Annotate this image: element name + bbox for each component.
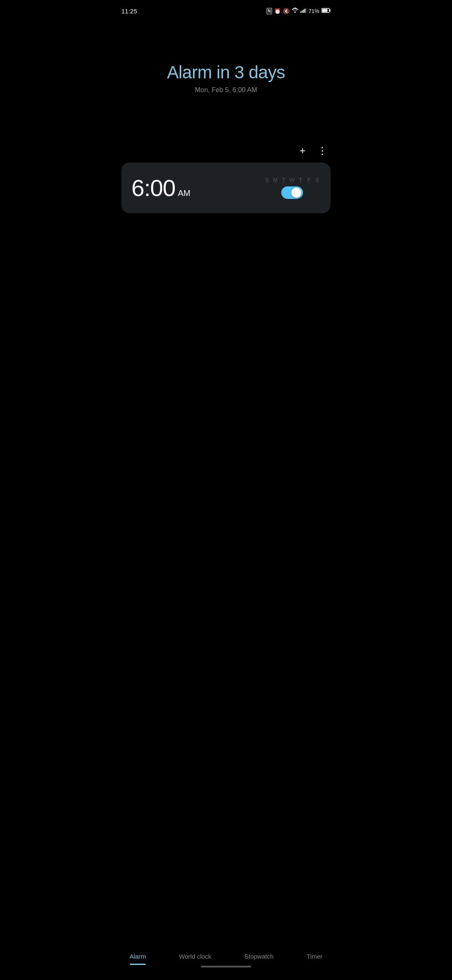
alarm-days: S M T W T F S bbox=[264, 177, 321, 183]
alarm-subtitle: Mon, Feb 5, 6:00 AM bbox=[121, 86, 331, 94]
tab-stopwatch[interactable]: Stopwatch bbox=[239, 951, 279, 962]
svg-point-0 bbox=[294, 11, 295, 13]
battery-icon bbox=[321, 8, 331, 14]
status-bar: 11:25 N ⏰ 🔇 71% bbox=[113, 0, 339, 20]
day-saturday: S bbox=[314, 177, 321, 183]
day-wednesday: W bbox=[289, 177, 295, 183]
day-monday: M bbox=[272, 177, 279, 183]
tab-alarm[interactable]: Alarm bbox=[124, 951, 151, 962]
svg-rect-5 bbox=[306, 8, 306, 13]
day-friday: F bbox=[306, 177, 312, 183]
tab-world-clock-label: World clock bbox=[179, 953, 211, 960]
home-indicator bbox=[201, 966, 251, 967]
day-tuesday: T bbox=[280, 177, 287, 183]
tab-timer[interactable]: Timer bbox=[302, 951, 328, 962]
status-time: 11:25 bbox=[121, 8, 137, 15]
signal-icon bbox=[300, 8, 306, 15]
nfc-icon: N bbox=[267, 8, 272, 14]
add-alarm-button[interactable]: + bbox=[298, 144, 307, 157]
day-sunday: S bbox=[264, 177, 270, 183]
tab-stopwatch-label: Stopwatch bbox=[244, 953, 274, 960]
alarm-card[interactable]: 6:00 AM S M T W T F S bbox=[121, 162, 331, 213]
alarm-right: S M T W T F S bbox=[264, 177, 321, 199]
toolbar: + ⋮ bbox=[121, 144, 331, 157]
svg-rect-4 bbox=[304, 8, 305, 13]
toggle-thumb bbox=[291, 188, 301, 198]
alarm-time-period: AM bbox=[178, 188, 190, 198]
svg-rect-8 bbox=[330, 9, 331, 11]
alarm-header: Alarm in 3 days Mon, Feb 5, 6:00 AM bbox=[121, 62, 331, 94]
day-thursday: T bbox=[297, 177, 304, 183]
tab-world-clock[interactable]: World clock bbox=[174, 951, 216, 962]
wifi-icon bbox=[292, 8, 298, 15]
nav-tabs: Alarm World clock Stopwatch Timer bbox=[113, 951, 339, 962]
toggle-track bbox=[281, 186, 303, 199]
status-icons: N ⏰ 🔇 71% bbox=[267, 8, 331, 15]
mute-icon: 🔇 bbox=[283, 8, 290, 14]
tab-timer-label: Timer bbox=[307, 953, 323, 960]
battery-percentage: 71% bbox=[308, 8, 319, 14]
tab-alarm-label: Alarm bbox=[129, 953, 146, 960]
alarm-title: Alarm in 3 days bbox=[121, 62, 331, 83]
more-options-button[interactable]: ⋮ bbox=[316, 144, 329, 157]
alarm-time-digits: 6:00 bbox=[131, 174, 175, 201]
main-content: Alarm in 3 days Mon, Feb 5, 6:00 AM + ⋮ … bbox=[113, 20, 339, 946]
svg-rect-3 bbox=[303, 9, 304, 13]
svg-rect-7 bbox=[322, 9, 328, 12]
alarm-time: 6:00 AM bbox=[131, 174, 190, 201]
alarm-icon: ⏰ bbox=[274, 8, 281, 14]
alarm-toggle[interactable] bbox=[281, 186, 303, 199]
bottom-nav: Alarm World clock Stopwatch Timer bbox=[113, 944, 339, 980]
svg-rect-2 bbox=[302, 10, 303, 13]
svg-rect-1 bbox=[300, 11, 301, 13]
